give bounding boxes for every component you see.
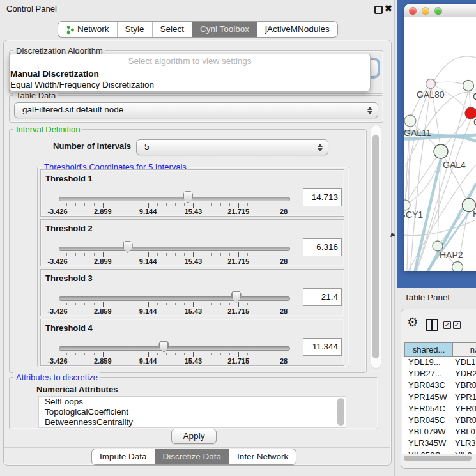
column-header-shared-name[interactable]: shared...: [404, 342, 453, 357]
threshold-value-field[interactable]: 6.316: [303, 238, 342, 256]
tick-mark: [238, 252, 239, 257]
network-node-label: HAP2: [440, 250, 463, 260]
checkbox-icon[interactable]: ✓: [453, 321, 461, 329]
threshold-slider-track[interactable]: [59, 296, 290, 301]
network-canvas[interactable]: GAL80GACGAL11GAL4GCY1HHAP2: [404, 17, 476, 271]
screen: Control Panel ✖ NetworkStyleSelectCyni T…: [0, 0, 476, 476]
network-node[interactable]: [434, 144, 448, 158]
attribute-list-item[interactable]: TopologicalCoefficient: [39, 407, 346, 417]
tab-jactivemnodules[interactable]: jActiveMNodules: [257, 22, 337, 37]
control-panel-titlebar: Control Panel ✖: [0, 0, 394, 18]
tab-infer-network[interactable]: Infer Network: [229, 449, 296, 464]
threshold-slider-handle[interactable]: [183, 191, 193, 203]
threshold-slider-track[interactable]: [59, 197, 290, 201]
cell-shared-name: YDR27...: [408, 368, 442, 380]
table-row[interactable]: YER054CYER0: [402, 403, 476, 415]
threshold-slider-handle[interactable]: [231, 291, 242, 303]
table-row[interactable]: YLR345WYLR3: [402, 438, 476, 449]
tick-mark: [75, 253, 76, 256]
float-window-icon[interactable]: [374, 6, 383, 14]
tick-mark: [229, 203, 230, 206]
tick-mark: [229, 353, 230, 355]
tick-mark: [229, 303, 230, 305]
dropdown-option[interactable]: Manual Discretization: [10, 68, 370, 79]
panel-scrollbar[interactable]: [371, 125, 381, 369]
tick-mark: [275, 203, 275, 206]
control-panel-window: Control Panel ✖ NetworkStyleSelectCyni T…: [0, 0, 395, 476]
divider: [4, 447, 390, 448]
table-row[interactable]: YBR043CYBR0: [402, 380, 476, 391]
table-row[interactable]: YDL19...YDL1: [402, 357, 476, 368]
tick-mark: [139, 253, 139, 256]
cell-shared-name: YBR045C: [408, 415, 445, 426]
threshold-slider-handle[interactable]: [158, 341, 169, 353]
cell-shared-name: YDL19...: [408, 357, 441, 368]
table-row[interactable]: YPR145WYPR1: [402, 392, 476, 403]
number-of-intervals-label: Number of Intervals: [53, 141, 131, 151]
tick-label: 9.144: [139, 257, 157, 265]
network-node[interactable]: [404, 200, 410, 210]
tab-label: Network: [77, 22, 109, 37]
dropdown-option[interactable]: Equal Width/Frequency Discretization: [10, 79, 370, 90]
minimize-traffic-light-icon[interactable]: [422, 7, 429, 15]
tick-mark: [266, 203, 266, 206]
tick-mark: [112, 303, 112, 305]
threshold-slider-track[interactable]: [59, 346, 290, 351]
network-window-titlebar[interactable]: [404, 4, 476, 18]
tick-mark: [220, 353, 221, 355]
numerical-attributes-list[interactable]: SelfLoopsTopologicalCoefficientBetweenne…: [38, 396, 346, 428]
threshold-value-field[interactable]: 21.4: [303, 288, 342, 306]
table-row[interactable]: YBR045CYBR0: [402, 415, 476, 426]
network-node[interactable]: [463, 81, 474, 91]
network-node[interactable]: [452, 262, 463, 272]
tab-label: Style: [125, 22, 144, 37]
table-hscrollbar-thumb[interactable]: [404, 456, 472, 461]
panel-scrollbar-thumb[interactable]: [372, 135, 379, 358]
tick-mark: [266, 353, 266, 355]
tab-impute-data[interactable]: Impute Data: [92, 449, 155, 464]
columns-icon[interactable]: [426, 319, 438, 331]
node-table-body[interactable]: YDL19...YDL1YDR27...YDR2YBR043CYBR0YPR14…: [402, 357, 476, 454]
tab-select[interactable]: Select: [152, 22, 192, 37]
number-of-intervals-combobox[interactable]: 5: [136, 139, 328, 155]
attribute-list-item[interactable]: SelfLoops: [39, 397, 346, 407]
table-data-combobox[interactable]: galFiltered.sif default node: [14, 102, 378, 118]
close-traffic-light-icon[interactable]: [409, 7, 417, 15]
list-scrollbar[interactable]: [337, 398, 344, 426]
tick-mark: [203, 353, 203, 355]
control-panel-tabbar: NetworkStyleSelectCyni ToolboxjActiveMNo…: [58, 21, 338, 38]
attribute-list-item[interactable]: BetweennessCentrality: [39, 417, 346, 427]
table-row[interactable]: YDR27...YDR2: [402, 368, 476, 380]
column-header-name[interactable]: na: [452, 342, 476, 357]
tick-label: 15.43: [185, 307, 203, 315]
table-panel-title: Table Panel: [404, 293, 450, 302]
tick-mark: [112, 203, 112, 206]
threshold-value-field[interactable]: 11.344: [303, 338, 342, 356]
tick-mark: [103, 352, 104, 357]
threshold-label: Threshold 2: [45, 224, 93, 233]
cell-name: YER0: [455, 403, 476, 415]
close-icon[interactable]: ✖: [385, 3, 392, 13]
tick-label: 15.43: [185, 208, 203, 215]
tab-discretize-data[interactable]: Discretize Data: [155, 449, 229, 464]
network-node[interactable]: [426, 79, 436, 89]
tab-network[interactable]: Network: [58, 22, 117, 37]
tick-mark: [220, 203, 221, 206]
apply-button[interactable]: Apply: [171, 429, 217, 444]
gear-icon[interactable]: ⚙: [407, 316, 418, 328]
tab-cyni-toolbox[interactable]: Cyni Toolbox: [192, 22, 257, 37]
checkbox-icon[interactable]: ✓: [443, 321, 451, 329]
zoom-traffic-light-icon[interactable]: [434, 7, 442, 15]
table-row[interactable]: YBL079WYBL0: [402, 426, 476, 438]
tick-mark: [121, 253, 121, 256]
table-row[interactable]: YIL052CYIL0: [402, 450, 476, 454]
tick-mark: [247, 303, 248, 305]
tick-mark: [166, 253, 167, 256]
threshold-slider-track[interactable]: [59, 247, 290, 251]
threshold-slider-handle[interactable]: [123, 241, 133, 253]
threshold-value-field[interactable]: 14.713: [303, 188, 342, 206]
tick-mark: [284, 302, 284, 307]
tick-mark: [148, 352, 149, 357]
tab-style[interactable]: Style: [117, 22, 152, 37]
network-node[interactable]: [404, 115, 416, 127]
